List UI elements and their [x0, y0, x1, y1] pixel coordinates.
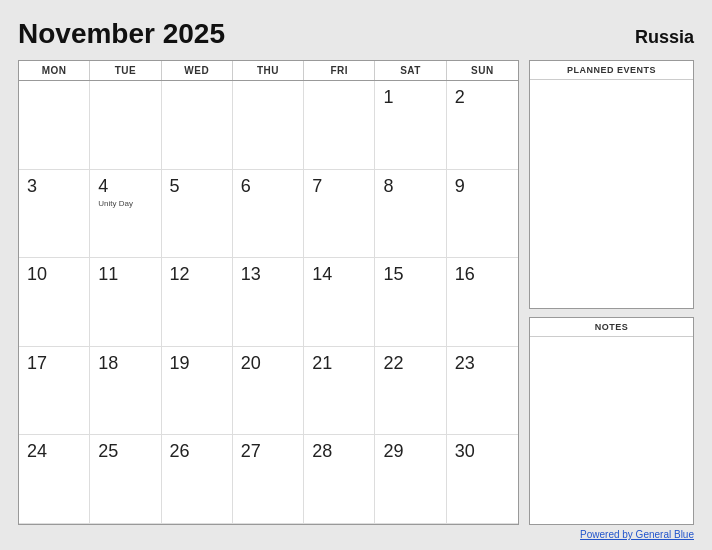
- calendar-cell: 29: [375, 435, 446, 524]
- calendar-cell: 15: [375, 258, 446, 347]
- cell-date: 9: [455, 176, 465, 198]
- day-headers-row: MONTUEWEDTHUFRISATSUN: [19, 61, 518, 81]
- cell-date: 13: [241, 264, 261, 286]
- cell-date: 3: [27, 176, 37, 198]
- calendar-cell: [90, 81, 161, 170]
- main-content: MONTUEWEDTHUFRISATSUN 1234Unity Day56789…: [18, 60, 694, 525]
- calendar-cell: 22: [375, 347, 446, 436]
- calendar-cell: [233, 81, 304, 170]
- cell-date: 4: [98, 176, 108, 198]
- sidebar: PLANNED EVENTS NOTES: [529, 60, 694, 525]
- cell-date: 29: [383, 441, 403, 463]
- cell-date: 12: [170, 264, 190, 286]
- calendar-cell: 5: [162, 170, 233, 259]
- calendar-cell: 2: [447, 81, 518, 170]
- calendar-cell: 26: [162, 435, 233, 524]
- calendar-cell: [162, 81, 233, 170]
- cell-date: 17: [27, 353, 47, 375]
- month-year-title: November 2025: [18, 18, 225, 50]
- calendar-cell: 23: [447, 347, 518, 436]
- cell-date: 11: [98, 264, 118, 286]
- cell-date: 16: [455, 264, 475, 286]
- calendar-cell: 10: [19, 258, 90, 347]
- day-header: SAT: [375, 61, 446, 80]
- calendar-cell: 6: [233, 170, 304, 259]
- calendar-cell: 28: [304, 435, 375, 524]
- day-header: FRI: [304, 61, 375, 80]
- calendar-cell: 21: [304, 347, 375, 436]
- notes-content: [530, 337, 693, 524]
- calendar-cell: 7: [304, 170, 375, 259]
- cell-date: 18: [98, 353, 118, 375]
- day-header: MON: [19, 61, 90, 80]
- powered-by-link[interactable]: Powered by General Blue: [580, 529, 694, 540]
- calendar-cell: 4Unity Day: [90, 170, 161, 259]
- calendar-cell: [19, 81, 90, 170]
- day-header: SUN: [447, 61, 518, 80]
- calendar-grid-body: 1234Unity Day567891011121314151617181920…: [19, 81, 518, 524]
- calendar-page: November 2025 Russia MONTUEWEDTHUFRISATS…: [0, 0, 712, 550]
- cell-date: 10: [27, 264, 47, 286]
- cell-date: 24: [27, 441, 47, 463]
- calendar-cell: 12: [162, 258, 233, 347]
- cell-date: 1: [383, 87, 393, 109]
- cell-date: 25: [98, 441, 118, 463]
- calendar-cell: 18: [90, 347, 161, 436]
- cell-date: 15: [383, 264, 403, 286]
- calendar-grid-section: MONTUEWEDTHUFRISATSUN 1234Unity Day56789…: [18, 60, 519, 525]
- calendar-cell: 3: [19, 170, 90, 259]
- calendar-cell: 17: [19, 347, 90, 436]
- calendar-cell: 13: [233, 258, 304, 347]
- footer: Powered by General Blue: [18, 529, 694, 540]
- cell-date: 30: [455, 441, 475, 463]
- calendar-cell: 27: [233, 435, 304, 524]
- cell-date: 28: [312, 441, 332, 463]
- cell-date: 7: [312, 176, 322, 198]
- planned-events-content: [530, 80, 693, 308]
- day-header: THU: [233, 61, 304, 80]
- country-title: Russia: [635, 27, 694, 48]
- calendar-cell: 25: [90, 435, 161, 524]
- cell-date: 26: [170, 441, 190, 463]
- notes-box: NOTES: [529, 317, 694, 525]
- calendar-cell: 19: [162, 347, 233, 436]
- calendar-cell: 1: [375, 81, 446, 170]
- calendar-cell: 9: [447, 170, 518, 259]
- cell-date: 5: [170, 176, 180, 198]
- calendar-cell: 30: [447, 435, 518, 524]
- calendar-cell: 24: [19, 435, 90, 524]
- cell-date: 20: [241, 353, 261, 375]
- cell-date: 22: [383, 353, 403, 375]
- day-header: WED: [162, 61, 233, 80]
- cell-date: 27: [241, 441, 261, 463]
- calendar-header: November 2025 Russia: [18, 18, 694, 50]
- calendar-cell: 14: [304, 258, 375, 347]
- cell-event: Unity Day: [98, 199, 133, 209]
- cell-date: 8: [383, 176, 393, 198]
- cell-date: 6: [241, 176, 251, 198]
- notes-label: NOTES: [530, 318, 693, 337]
- calendar-cell: 11: [90, 258, 161, 347]
- calendar-cell: 20: [233, 347, 304, 436]
- planned-events-box: PLANNED EVENTS: [529, 60, 694, 309]
- cell-date: 19: [170, 353, 190, 375]
- cell-date: 2: [455, 87, 465, 109]
- cell-date: 21: [312, 353, 332, 375]
- cell-date: 23: [455, 353, 475, 375]
- calendar-cell: 8: [375, 170, 446, 259]
- day-header: TUE: [90, 61, 161, 80]
- calendar-cell: 16: [447, 258, 518, 347]
- planned-events-label: PLANNED EVENTS: [530, 61, 693, 80]
- calendar-cell: [304, 81, 375, 170]
- cell-date: 14: [312, 264, 332, 286]
